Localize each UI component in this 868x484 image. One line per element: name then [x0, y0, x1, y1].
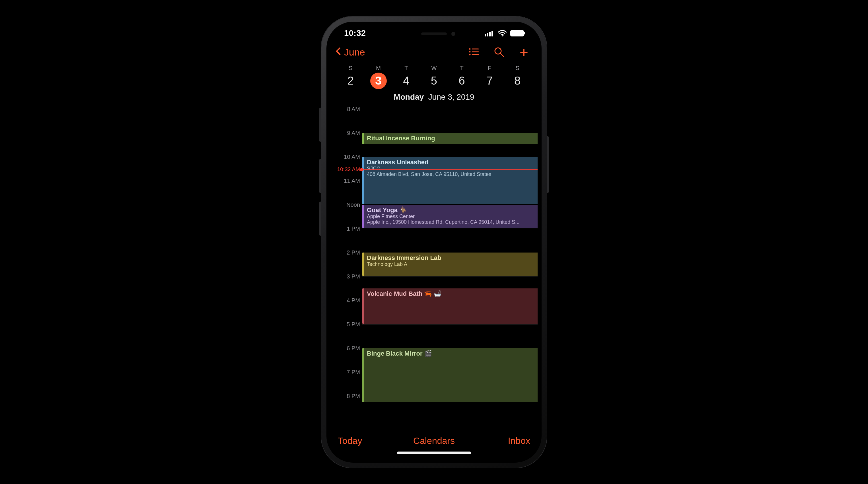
date-full: June 3, 2019 — [428, 93, 474, 101]
weekday-label: S — [503, 65, 531, 71]
svg-point-8 — [469, 48, 471, 50]
hour-label: 1 PM — [347, 225, 360, 232]
back-label: June — [344, 47, 365, 58]
day-number[interactable]: 8 — [509, 72, 526, 89]
day-number[interactable]: 4 — [398, 72, 414, 89]
status-icons — [485, 30, 524, 36]
list-icon — [468, 46, 479, 59]
day-number[interactable]: 6 — [454, 72, 470, 89]
event-title: Binge Black Mirror 🎬 — [367, 350, 535, 357]
day-number-row: 2345678 — [331, 71, 537, 91]
event-title: Volcanic Mud Bath 🦐 🛁 — [367, 290, 535, 297]
event-address: 408 Almaden Blvd, San Jose, CA 95110, Un… — [367, 172, 535, 177]
weekday-label: F — [476, 65, 504, 71]
back-button[interactable]: June — [334, 47, 365, 58]
search-button[interactable] — [493, 46, 505, 59]
ev-goat[interactable]: Goat Yoga 🐐Apple Fitness CenterApple Inc… — [362, 205, 537, 228]
weekday-label: T — [448, 65, 476, 71]
weekday-label: M — [365, 65, 393, 71]
event-location: Technology Lab A — [367, 261, 535, 267]
weekday-label: S — [337, 65, 365, 71]
hour-label: 6 PM — [347, 345, 360, 352]
event-location: Apple Fitness Center — [367, 214, 535, 219]
ev-darkness[interactable]: Darkness UnleashedSJCC408 Almaden Blvd, … — [362, 157, 537, 204]
search-icon — [493, 46, 504, 59]
status-time: 10:32 — [344, 28, 366, 38]
hour-label: 5 PM — [347, 321, 360, 328]
day-number[interactable]: 7 — [481, 72, 498, 89]
screen: 10:32 — [331, 26, 537, 459]
status-bar: 10:32 — [331, 26, 537, 41]
current-time-label: 10:32 AM — [337, 166, 360, 173]
hour-label: 4 PM — [347, 297, 360, 304]
hour-label: 9 AM — [347, 130, 360, 137]
hour-label: 7 PM — [347, 369, 360, 375]
list-view-button[interactable] — [468, 46, 480, 59]
hour-label: 11 AM — [344, 178, 360, 184]
svg-rect-3 — [492, 31, 493, 36]
date-weekday: Monday — [394, 93, 424, 101]
event-title: Darkness Immersion Lab — [367, 254, 535, 261]
svg-rect-1 — [487, 33, 488, 36]
tab-inbox[interactable]: Inbox — [466, 435, 530, 446]
weekday-label: W — [420, 65, 448, 71]
day-number[interactable]: 5 — [426, 72, 442, 89]
ev-mud[interactable]: Volcanic Mud Bath 🦐 🛁 — [362, 289, 537, 324]
event-title: Ritual Incense Burning — [367, 135, 535, 142]
svg-point-9 — [469, 51, 471, 52]
battery-icon — [510, 30, 524, 36]
svg-rect-2 — [489, 32, 491, 36]
svg-point-10 — [469, 54, 471, 55]
svg-point-11 — [495, 48, 501, 54]
day-number[interactable]: 3 — [370, 72, 387, 89]
event-title: Darkness Unleashed — [367, 159, 535, 166]
event-title: Goat Yoga 🐐 — [367, 206, 535, 214]
svg-point-4 — [502, 35, 503, 36]
event-address: Apple Inc., 19500 Homestead Rd, Cupertin… — [367, 219, 535, 225]
hour-label: 3 PM — [347, 273, 360, 280]
tab-bar: Today Calendars Inbox — [331, 429, 537, 459]
weekday-label: T — [392, 65, 420, 71]
hour-label: 10 AM — [344, 154, 360, 160]
hour-label: Noon — [346, 202, 360, 208]
tab-calendars[interactable]: Calendars — [402, 435, 466, 446]
ev-incense[interactable]: Ritual Incense Burning — [362, 133, 537, 144]
nav-bar: June — [331, 41, 537, 64]
weekday-row: SMTWTFS — [331, 64, 537, 71]
date-title: Monday June 3, 2019 — [331, 91, 537, 104]
plus-icon: + — [520, 45, 528, 60]
timeline[interactable]: 8 AM9 AM10 AM11 AMNoon1 PM2 PM3 PM4 PM5 … — [331, 104, 537, 402]
chevron-left-icon — [334, 47, 343, 58]
iphone-frame: 10:32 — [321, 17, 547, 468]
hour-label: 2 PM — [347, 249, 360, 256]
day-number[interactable]: 2 — [342, 72, 359, 89]
add-event-button[interactable]: + — [518, 46, 530, 59]
hour-label: 8 PM — [347, 393, 360, 399]
tab-today[interactable]: Today — [338, 435, 402, 446]
ev-bm[interactable]: Binge Black Mirror 🎬 — [362, 348, 537, 402]
event-location: SJCC — [367, 166, 535, 172]
hour-label: 8 AM — [347, 106, 360, 113]
ev-lab[interactable]: Darkness Immersion LabTechnology Lab A — [362, 252, 537, 276]
cellular-icon — [485, 30, 494, 36]
svg-rect-0 — [485, 34, 486, 36]
wifi-icon — [498, 30, 507, 36]
home-indicator[interactable] — [397, 452, 471, 454]
svg-line-12 — [501, 54, 503, 56]
